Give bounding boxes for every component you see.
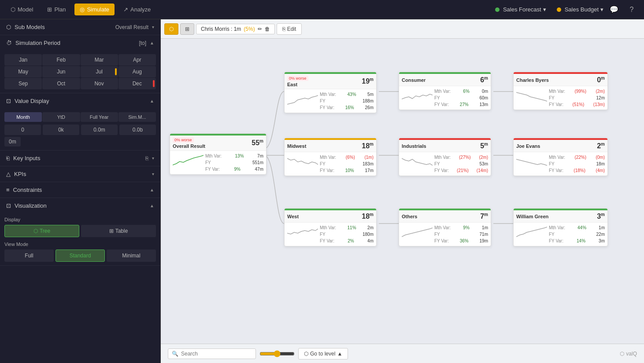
sub-models-chevron-icon: ▾ <box>152 25 154 29</box>
sub-models-icon: ⬡ <box>6 24 11 30</box>
tree-icon: ⬡ <box>33 228 38 234</box>
month-mar[interactable]: Mar <box>81 54 118 66</box>
month-sep[interactable]: Sep <box>4 78 42 89</box>
go-to-level-button[interactable]: ⬡ Go to level ▲ <box>298 348 348 359</box>
kpis-header[interactable]: △ KPIs ▾ <box>0 166 160 182</box>
node-overall-result[interactable]: 0% worse Overall Result 55m Mth Var:13%7… <box>170 133 266 175</box>
key-inputs-chevron-icon: ▾ <box>152 156 154 161</box>
table-view-button[interactable]: ⊞ Table <box>81 225 156 237</box>
view-mode-full[interactable]: Full <box>4 249 54 262</box>
others-sparkline <box>402 224 433 240</box>
kpis-icon: △ <box>6 171 11 177</box>
month-jun[interactable]: Jun <box>42 66 80 77</box>
search-input[interactable] <box>181 351 247 357</box>
node-industrials[interactable]: Industrials 5m Mth Var:(27%)(2m) FY53m F… <box>399 138 491 176</box>
nav-item-analyze[interactable]: ↗ Analyze <box>118 4 156 15</box>
month-aug[interactable]: Aug <box>118 66 156 77</box>
vd-val-0: 0 <box>4 125 41 135</box>
zoom-slider[interactable] <box>259 350 295 357</box>
simulation-period-header[interactable]: ⏱ Simulation Period [to] ▲ <box>0 35 160 51</box>
value-display-header[interactable]: ⊡ Value Display ▲ <box>0 93 160 109</box>
tree-container: + + + + 0% worse Overall Result <box>170 48 632 344</box>
badge-overall: 0% worse <box>173 137 194 143</box>
search-box[interactable]: 🔍 <box>168 348 256 359</box>
tree-view-button[interactable]: ⬡ Tree <box>4 225 79 237</box>
sub-models-header[interactable]: ⬡ Sub Models Overall Result ▾ <box>0 19 160 35</box>
key-inputs-icon: ⎗ <box>6 155 10 161</box>
month-apr[interactable]: Apr <box>118 54 156 66</box>
node-midwest[interactable]: Midwest 18m Mth Var:(6%)(1m) FY183m FY V… <box>284 138 377 176</box>
forecast-dropdown[interactable]: Sales Forecast ▾ <box>495 6 546 13</box>
vd-tab-simm[interactable]: Sim.M... <box>118 112 156 122</box>
visualization-icon: ⊡ <box>6 202 11 209</box>
node-charles-byers[interactable]: Charles Byers 0m Mth Var:(99%)(2m) FY12m… <box>513 72 608 110</box>
node-east[interactable]: 0% worse East 19m Mth Var:43%5m FY188m F… <box>284 72 377 113</box>
constraints-header[interactable]: ≡ Constraints ▲ <box>0 182 160 198</box>
table-toolbar-button[interactable]: ⊞ <box>180 23 194 35</box>
comment-button[interactable]: 💬 <box>607 3 621 17</box>
visualization-header[interactable]: ⊡ Visualization ▲ <box>0 198 160 213</box>
node-joe-evans[interactable]: Joe Evans 2m Mth Var:(22%)(0m) FY18m FY … <box>513 138 608 176</box>
nav-item-plan[interactable]: ⊞ Plan <box>42 4 71 15</box>
vd-values: 0 0k 0.0m 0.0b <box>4 125 156 135</box>
brand-logo: ⬡ valQ <box>620 351 637 357</box>
budget-dropdown[interactable]: Sales Budget ▾ <box>557 6 603 13</box>
tree-tb-icon: ⬡ <box>169 26 174 32</box>
nav-item-simulate[interactable]: ◎ Simulate <box>74 4 115 15</box>
badge-east: 0% worse <box>287 76 308 81</box>
node-west[interactable]: West 18m Mth Var:11%2m FY180m FY Var:2%4… <box>284 208 377 246</box>
edit-pencil-icon[interactable]: ✏ <box>258 26 262 32</box>
nav-item-model[interactable]: ⬡ Model <box>5 4 38 15</box>
key-inputs-section: ⎗ Key Inputs ⎘ ▾ <box>0 150 160 166</box>
goto-chevron-icon: ▲ <box>337 351 342 357</box>
vd-tab-ytd[interactable]: YtD <box>42 112 80 122</box>
vd-tab-fullyear[interactable]: Full Year <box>81 112 118 122</box>
node-body: Mth Var:9%1m FY71m FY Var:36%19m <box>399 223 491 246</box>
viz-toggle: ⬡ Tree ⊞ Table <box>4 225 156 237</box>
month-dec[interactable]: Dec <box>118 78 156 89</box>
node-body: Mth Var:43%5m FY188m FY Var:16%26m <box>285 89 376 113</box>
node-header: West 18m <box>285 210 376 223</box>
main-layout: ⬡ Sub Models Overall Result ▾ ⏱ Simulati… <box>0 19 644 363</box>
node-body: Mth Var:11%2m FY180m FY Var:2%4m <box>285 223 376 246</box>
month-nov[interactable]: Nov <box>81 78 118 89</box>
view-mode-standard[interactable]: Standard <box>56 249 105 262</box>
goto-icon: ⬡ <box>304 351 308 357</box>
node-consumer[interactable]: Consumer 6m Mth Var:6%0m FY60m FY Var:27… <box>399 72 491 110</box>
edit-button[interactable]: ⎘ Edit <box>277 23 302 35</box>
month-jul[interactable]: Jul <box>81 66 118 77</box>
node-header: Charles Byers 0m <box>514 74 607 86</box>
sub-models-section: ⬡ Sub Models Overall Result ▾ <box>0 19 160 35</box>
top-nav: ⬡ Model ⊞ Plan ◎ Simulate ↗ Analyze Sale… <box>0 0 644 19</box>
overall-result-sparkline <box>173 153 204 169</box>
tree-toolbar-button[interactable]: ⬡ <box>164 23 178 35</box>
west-sparkline <box>287 224 318 240</box>
node-body: Mth Var:(27%)(2m) FY53m FY Var:(21%)(14m… <box>399 152 491 176</box>
key-inputs-copy-icon[interactable]: ⎘ <box>145 155 148 161</box>
industrials-sparkline <box>402 154 433 170</box>
east-sparkline <box>287 91 318 107</box>
node-header: Industrials 5m <box>399 140 491 152</box>
vd-tab-month[interactable]: Month <box>4 112 42 122</box>
view-mode-minimal[interactable]: Minimal <box>107 249 156 262</box>
node-body: Mth Var:(22%)(0m) FY18m FY Var:(18%)(4m) <box>514 152 607 176</box>
month-may[interactable]: May <box>4 66 42 77</box>
bottom-bar: 🔍 ⬡ Go to level ▲ ⬡ valQ <box>161 344 644 363</box>
month-jan[interactable]: Jan <box>4 54 42 66</box>
analyze-icon: ↗ <box>123 6 128 13</box>
view-mode-toggle: Full Standard Minimal <box>4 249 156 262</box>
month-feb[interactable]: Feb <box>42 54 80 66</box>
delete-icon[interactable]: 🗑 <box>265 26 270 32</box>
key-inputs-header[interactable]: ⎗ Key Inputs ⎘ ▾ <box>0 150 160 166</box>
budget-chevron-icon: ▾ <box>600 6 603 13</box>
charles-byers-sparkline <box>516 88 547 104</box>
display-label: Display <box>4 217 156 222</box>
vd-tabs: Month YtD Full Year Sim.M... <box>4 112 156 122</box>
kpis-chevron-icon: ▾ <box>152 172 154 176</box>
constraints-section: ≡ Constraints ▲ <box>0 182 160 198</box>
node-others[interactable]: Others 7m Mth Var:9%1m FY71m FY Var:36%1… <box>399 208 491 246</box>
help-button[interactable]: ? <box>625 3 639 17</box>
canvas[interactable]: + + + + 0% worse Overall Result <box>161 39 644 344</box>
node-william-green[interactable]: William Green 3m Mth Var:44%1m FY22m FY … <box>513 208 608 246</box>
month-oct[interactable]: Oct <box>42 78 80 89</box>
